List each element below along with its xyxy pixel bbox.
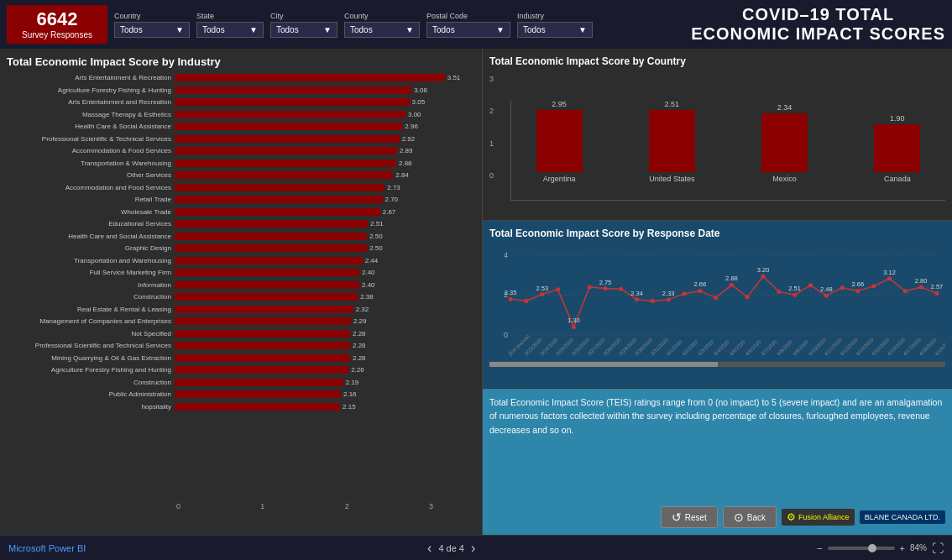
bar-wrapper: 2.38 <box>175 293 475 301</box>
svg-text:4/9/2020: 4/9/2020 <box>792 339 809 357</box>
bar-row: Real Estate & Rental & Leasing2.32 <box>7 304 475 315</box>
bar-wrapper: 2.70 <box>175 196 475 203</box>
svg-text:2.80: 2.80 <box>915 277 928 285</box>
bar-row: Not Specified2.28 <box>7 328 475 339</box>
date-chart-scrollbar[interactable] <box>489 362 945 367</box>
bar-wrapper: 2.32 <box>175 306 475 313</box>
bar-value: 2.28 <box>353 330 366 338</box>
bar-fill <box>175 390 341 398</box>
bar-label: Management of Companies and Enterprises <box>7 317 175 325</box>
country-bar-fill <box>761 113 808 172</box>
bar-label: Accommodation and Food Services <box>7 184 175 191</box>
prev-page-button[interactable]: ‹ <box>427 541 432 556</box>
state-filter-label: State <box>196 12 264 20</box>
svg-text:3.20: 3.20 <box>757 266 770 274</box>
zoom-slider-track[interactable] <box>828 547 895 550</box>
bar-wrapper: 3.51 <box>175 74 475 81</box>
state-dropdown[interactable]: Todos▼ <box>196 22 264 38</box>
bar-label: Agriculture Forestry Fishing & Hunting <box>7 86 175 94</box>
country-label: Argentina <box>543 175 576 183</box>
zoom-slider-thumb[interactable] <box>868 544 876 552</box>
bar-value: 2.40 <box>362 269 375 276</box>
svg-text:2.66: 2.66 <box>693 280 706 288</box>
bar-row: Transportation & Warehousing2.88 <box>7 158 475 169</box>
back-label: Back <box>747 513 766 522</box>
svg-point-54 <box>808 283 813 287</box>
page-navigation: ‹ 4 de 4 › <box>427 541 475 556</box>
bar-wrapper: 2.15 <box>175 403 475 411</box>
bar-chart: Arts Entertainment & Recreation3.51Agric… <box>7 72 475 500</box>
bar-value: 2.50 <box>369 244 383 252</box>
bar-value: 2.32 <box>356 306 369 313</box>
bar-fill <box>175 86 411 94</box>
bar-wrapper: 3.00 <box>175 111 475 118</box>
back-icon: ⊙ <box>734 510 744 524</box>
svg-text:2.66: 2.66 <box>852 280 865 288</box>
zoom-plus[interactable]: + <box>900 543 905 553</box>
description-text: Total Economic Impact Score (TEIS) ratin… <box>489 395 945 437</box>
back-button[interactable]: ⊙ Back <box>723 506 777 528</box>
bar-label: Arts Entertainment and Recreation <box>7 98 175 106</box>
bar-wrapper: 2.50 <box>175 244 475 252</box>
bar-value: 2.38 <box>360 293 374 301</box>
bar-row: Professional Scientific & Technical Serv… <box>7 133 475 144</box>
svg-point-51 <box>792 293 797 297</box>
bar-fill <box>175 306 353 313</box>
y-axis-country: 3 2 1 0 <box>489 75 494 180</box>
bar-row: Agriculture Forestry Fishing and Hunting… <box>7 364 475 375</box>
bar-label: Health Care & Social Assistance <box>7 123 175 130</box>
country-label: United States <box>649 175 694 183</box>
bar-label: Wholesale Trade <box>7 208 175 216</box>
bar-row: Graphic Design2.50 <box>7 243 475 254</box>
bar-row: Educational Services2.51 <box>7 218 475 229</box>
zoom-minus[interactable]: − <box>817 543 822 553</box>
bar-value: 2.26 <box>351 366 364 374</box>
bar-value: 2.28 <box>353 342 366 349</box>
country-chart-panel: Total Economic Impact Score by Country 3… <box>483 49 952 221</box>
county-filter-label: County <box>344 12 420 20</box>
y-tick-3: 3 <box>489 75 494 83</box>
next-page-button[interactable]: › <box>471 541 475 556</box>
bar-wrapper: 2.28 <box>175 342 475 349</box>
county-dropdown[interactable]: Todos▼ <box>344 22 420 38</box>
bar-row: Accommodation and Food Services2.73 <box>7 182 475 193</box>
svg-text:2.75: 2.75 <box>599 279 612 286</box>
bar-label: Other Services <box>7 171 175 179</box>
bar-fill <box>175 147 397 154</box>
bar-value: 2.44 <box>365 257 379 264</box>
industry-dropdown[interactable]: Todos▼ <box>517 22 593 38</box>
country-bar-fill <box>649 110 695 172</box>
bar-wrapper: 2.67 <box>175 208 475 216</box>
bar-value: 2.40 <box>362 281 375 289</box>
page-info: 4 de 4 <box>438 543 464 553</box>
country-label: Canada <box>884 175 911 183</box>
bar-label: Graphic Design <box>7 244 175 252</box>
country-bar-value: 2.51 <box>665 100 680 108</box>
y-tick-2: 2 <box>489 107 494 115</box>
city-dropdown[interactable]: Todos▼ <box>270 22 337 38</box>
postal-filter: Postal Code Todos▼ <box>426 12 510 38</box>
bar-row: Full Service Marketing Firm2.40 <box>7 267 475 278</box>
bar-fill <box>175 379 343 386</box>
bar-label: Health Care and Social Assistance <box>7 233 175 240</box>
bar-wrapper: 2.28 <box>175 354 475 362</box>
country-label: Mexico <box>772 175 797 183</box>
powerbi-link[interactable]: Microsoft Power BI <box>8 543 86 553</box>
bar-fill <box>175 135 400 143</box>
bar-value: 2.15 <box>343 403 356 411</box>
bar-label: hopsitality <box>7 403 175 411</box>
fullscreen-icon[interactable]: ⛶ <box>932 542 944 555</box>
reset-button[interactable]: ↺ Reset <box>661 506 718 528</box>
bar-row: Retail Trade2.70 <box>7 194 475 205</box>
svg-point-44 <box>745 295 750 299</box>
left-chart-title: Total Economic Impact Score by Industry <box>7 55 475 68</box>
country-dropdown[interactable]: Todos▼ <box>114 22 190 38</box>
bar-fill <box>175 354 350 362</box>
date-chart-panel: Total Economic Impact Score by Response … <box>483 221 952 389</box>
bar-value: 2.28 <box>353 354 366 362</box>
country-bar-group: 2.51United States <box>624 100 719 183</box>
bar-wrapper: 2.16 <box>175 390 475 398</box>
postal-dropdown[interactable]: Todos▼ <box>426 22 510 38</box>
svg-point-16 <box>572 325 576 329</box>
survey-number: 6642 <box>15 9 99 29</box>
